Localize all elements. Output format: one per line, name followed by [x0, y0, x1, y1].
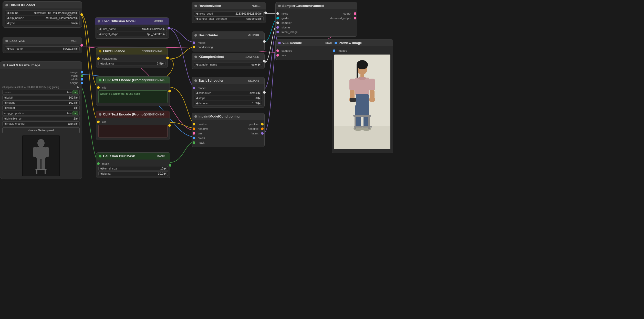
conditioning-output-port — [166, 57, 169, 59]
sampler-next[interactable]: ▶ — [258, 63, 261, 66]
guidance-prev[interactable]: ◀ — [100, 62, 103, 65]
node-status-dot — [99, 50, 101, 52]
conditioning-output-port — [168, 124, 171, 127]
scheduler-prev[interactable]: ◀ — [195, 91, 199, 95]
svg-rect-5 — [37, 159, 40, 169]
height-prev[interactable]: ◀ — [4, 101, 7, 104]
node-basic-scheduler: BasicScheduler SIGMAS model ◀ scheduler … — [192, 77, 265, 108]
node-status-dot — [98, 20, 100, 23]
clip-text-neg-body: clip — [96, 118, 170, 140]
node-gaussian-blur: Gaussian Blur Mask MASK mask ◀ kernel_si… — [96, 152, 170, 178]
clip-name2-next[interactable]: ▶ — [75, 16, 78, 20]
width-output-port — [81, 78, 83, 81]
node-title: FluxGuidance — [103, 49, 125, 53]
node-dual-clip-loader: DualCLIPLoader CLIP ◀ clip_na sd3m/t5xxl… — [3, 1, 82, 28]
guidance-next[interactable]: ▶ — [161, 62, 164, 65]
node-title: KSamplerSelect — [199, 55, 224, 59]
node-title: InpaintModelConditioning — [199, 114, 240, 118]
resize-toggle[interactable]: ● — [72, 90, 78, 94]
node-title: BasicScheduler — [199, 79, 224, 82]
preview-image-header: Preview Image — [332, 39, 393, 46]
width-next[interactable]: ▶ — [75, 96, 78, 99]
noise-seed-prev[interactable]: ◀ — [195, 12, 199, 15]
sigma-next[interactable]: ▶ — [163, 172, 167, 175]
thumbnail-preview — [22, 135, 60, 176]
clip-na-prev[interactable]: ◀ — [6, 11, 9, 15]
conditioning-output-label: CONDITIONING — [142, 50, 162, 53]
unet-prev[interactable]: ◀ — [98, 27, 102, 31]
width-prev[interactable]: ◀ — [4, 96, 7, 99]
clip-na-next[interactable]: ▶ — [75, 11, 78, 15]
sampler-prev[interactable]: ◀ — [195, 63, 199, 66]
model-input-label: model — [198, 41, 205, 44]
sigma-prev[interactable]: ◀ — [100, 172, 103, 175]
noise-seed-next[interactable]: ▶ — [259, 12, 262, 15]
svg-point-1 — [37, 139, 45, 147]
keep-proportion-toggle[interactable]: ● — [72, 111, 78, 115]
dual-clip-loader-body: ◀ clip_na sd3m/t5xxl_fp8_e4m3fn.safetens… — [3, 8, 82, 27]
steps-prev[interactable]: ◀ — [195, 96, 199, 100]
choose-file-button[interactable]: choose file to upload — [2, 127, 80, 133]
node-ksampler-select: KSamplerSelect SAMPLER ◀ sampler_name eu… — [192, 53, 265, 69]
sampler-custom-header: SamplerCustomAdvanced — [276, 2, 357, 9]
clip-input-port — [97, 86, 100, 89]
control-next[interactable]: ▶ — [259, 17, 262, 20]
weight-prev[interactable]: ◀ — [98, 32, 102, 36]
clip-text-neg-header: CLIP Text Encode (Prompt) CONDITIONING — [96, 111, 170, 118]
load-diffusion-body: ◀ unet_name flux/flux1-dev.sft ▶ ◀ weigh… — [95, 25, 169, 38]
node-status-dot — [194, 34, 197, 37]
clip-name2-prev[interactable]: ◀ — [6, 16, 9, 20]
negative-prompt-text[interactable] — [98, 125, 168, 137]
load-vae-header: Load VAE VAE — [3, 37, 82, 44]
divisible-prev[interactable]: ◀ — [4, 117, 7, 120]
positive-prompt-text[interactable]: wearing a white top, round neck — [98, 90, 168, 103]
weight-dtype-field: ◀ weight_dtype fp8_e4m3fn ▶ — [97, 32, 167, 36]
svg-point-17 — [358, 77, 366, 80]
node-preview-image: Preview Image images — [332, 39, 393, 153]
clip-input-row: clip — [98, 86, 168, 89]
control-prev[interactable]: ◀ — [195, 17, 199, 20]
denoise-prev[interactable]: ◀ — [195, 101, 199, 105]
height-output-port — [81, 82, 83, 84]
denoise-next[interactable]: ▶ — [258, 101, 261, 105]
steps-next[interactable]: ▶ — [258, 96, 261, 100]
unet-next[interactable]: ▶ — [162, 27, 165, 31]
scheduler-next[interactable]: ▶ — [258, 91, 261, 95]
sigmas-output-label: SIGMAS — [248, 79, 259, 82]
mask-channel-field: ◀ mask_channel alpha ▶ — [2, 121, 80, 126]
model-input-row: model — [194, 86, 262, 90]
type-prev[interactable]: ◀ — [6, 21, 9, 25]
divisible-next[interactable]: ▶ — [75, 117, 78, 120]
flux-guidance-header: FluxGuidance CONDITIONING — [96, 48, 168, 55]
thumbnail-svg — [23, 136, 59, 176]
sampler-output-port — [263, 60, 266, 62]
mask-channel-prev[interactable]: ◀ — [4, 122, 7, 125]
vae-name-prev[interactable]: ◀ — [6, 47, 9, 50]
inpaint-inputs: positive negative vae pixels — [194, 121, 228, 145]
kernel-prev[interactable]: ◀ — [100, 167, 103, 170]
basic-guider-header: BasicGuider GUIDER — [192, 32, 264, 39]
unet-name-field: ◀ unet_name flux/flux1-dev.sft ▶ — [97, 27, 167, 31]
image-output-port — [81, 71, 83, 73]
clip-input-label: clip — [102, 120, 107, 123]
file-path-next[interactable]: ▶ — [76, 85, 80, 89]
gaussian-header: Gaussian Blur Mask MASK — [96, 153, 170, 160]
svg-point-32 — [369, 97, 375, 102]
preview-image-body: images — [332, 46, 393, 153]
repeat-prev[interactable]: ◀ — [4, 106, 7, 110]
vae-name-next[interactable]: ▶ — [75, 47, 78, 50]
node-title: VAE Decode — [282, 41, 302, 45]
node-sampler-custom-advanced: SamplerCustomAdvanced noise guider sampl… — [275, 2, 357, 37]
height-next[interactable]: ▶ — [75, 101, 78, 104]
weight-next[interactable]: ▶ — [162, 32, 165, 36]
node-load-diffusion-model: Load Diffusion Model MODEL ◀ unet_name f… — [95, 17, 169, 39]
repeat-next[interactable]: ▶ — [75, 106, 78, 110]
type-next[interactable]: ▶ — [75, 21, 78, 25]
mask-channel-next[interactable]: ▶ — [75, 122, 78, 125]
node-random-noise: RandomNoise NOISE ◀ noise_seed 213336189… — [192, 2, 266, 23]
svg-rect-30 — [354, 126, 372, 127]
repeat-field: ◀ repeat 1 ▶ — [2, 105, 80, 110]
kernel-next[interactable]: ▶ — [163, 167, 167, 170]
node-status-dot — [99, 155, 101, 157]
node-title: SamplerCustomAdvanced — [282, 4, 324, 8]
